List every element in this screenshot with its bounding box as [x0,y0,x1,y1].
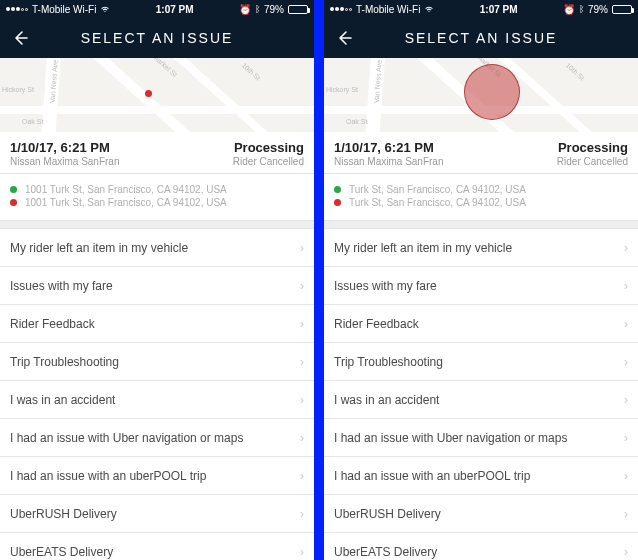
trip-locations: Turk St, San Francisco, CA 94102, USA Tu… [324,174,638,221]
status-bar: T-Mobile Wi-Fi 1:07 PM ⏰ ᛒ 79% [0,0,314,18]
chevron-right-icon: › [300,545,304,559]
issue-item[interactable]: Issues with my fare› [324,266,638,305]
alarm-icon: ⏰ [563,4,575,15]
signal-dots [330,7,352,11]
chevron-right-icon: › [624,469,628,483]
trip-summary: 1/10/17, 6:21 PM Processing Nissan Maxim… [0,132,314,174]
issue-item[interactable]: Trip Troubleshooting› [324,342,638,381]
map-obfuscated-pin-icon [464,64,520,120]
street-label: Oak St [346,118,367,125]
street-label: Hickory St [326,86,358,93]
dropoff-address: 1001 Turk St, San Francisco, CA 94102, U… [25,197,227,208]
street-label: Market St [152,58,179,78]
battery-pct: 79% [264,4,284,15]
issue-label: UberEATS Delivery [334,545,437,559]
carrier-label: T-Mobile Wi-Fi [32,4,96,15]
issue-label: UberEATS Delivery [10,545,113,559]
page-title: SELECT AN ISSUE [0,30,314,46]
issue-item[interactable]: Trip Troubleshooting› [0,342,314,381]
dropoff-dot-icon [10,199,17,206]
phone-left: T-Mobile Wi-Fi 1:07 PM ⏰ ᛒ 79% SELECT AN… [0,0,314,560]
battery-pct: 79% [588,4,608,15]
issue-item[interactable]: I was in an accident› [324,380,638,419]
signal-dots [6,7,28,11]
battery-icon [288,5,308,14]
issue-label: My rider left an item in my vehicle [10,241,188,255]
trip-datetime: 1/10/17, 6:21 PM [10,140,110,155]
chevron-right-icon: › [624,393,628,407]
issue-item[interactable]: I had an issue with an uberPOOL trip› [0,456,314,495]
alarm-icon: ⏰ [239,4,251,15]
issue-item[interactable]: UberEATS Delivery› [324,532,638,560]
trip-status: Processing [234,140,304,155]
issue-list: My rider left an item in my vehicle› Iss… [324,221,638,560]
chevron-right-icon: › [624,545,628,559]
issue-item[interactable]: UberEATS Delivery› [0,532,314,560]
issue-label: I had an issue with an uberPOOL trip [334,469,530,483]
chevron-right-icon: › [624,355,628,369]
issue-item[interactable]: UberRUSH Delivery› [324,494,638,533]
chevron-right-icon: › [300,469,304,483]
nav-bar: SELECT AN ISSUE [0,18,314,58]
issue-label: Issues with my fare [10,279,113,293]
issue-label: I had an issue with Uber navigation or m… [10,431,243,445]
issue-label: Rider Feedback [10,317,95,331]
street-label: 10th St [565,61,586,81]
status-time: 1:07 PM [480,4,518,15]
issue-label: My rider left an item in my vehicle [334,241,512,255]
battery-icon [612,5,632,14]
phone-right: T-Mobile Wi-Fi 1:07 PM ⏰ ᛒ 79% SELECT AN… [324,0,638,560]
issue-label: I was in an accident [334,393,439,407]
trip-status: Processing [558,140,628,155]
chevron-right-icon: › [624,279,628,293]
issue-label: I had an issue with an uberPOOL trip [10,469,206,483]
dropoff-address: Turk St, San Francisco, CA 94102, USA [349,197,526,208]
carrier-label: T-Mobile Wi-Fi [356,4,420,15]
issue-item[interactable]: I had an issue with Uber navigation or m… [0,418,314,457]
pickup-dot-icon [10,186,17,193]
street-label: Oak St [22,118,43,125]
issue-label: UberRUSH Delivery [10,507,117,521]
issue-item[interactable]: My rider left an item in my vehicle› [324,228,638,267]
issue-label: Trip Troubleshooting [10,355,119,369]
wifi-icon [100,5,110,13]
issue-label: Rider Feedback [334,317,419,331]
issue-label: I was in an accident [10,393,115,407]
chevron-right-icon: › [624,241,628,255]
map-area[interactable]: Van Ness Ave Hickory St Oak St Market St… [0,58,314,132]
issue-item[interactable]: I was in an accident› [0,380,314,419]
issue-item[interactable]: Rider Feedback› [324,304,638,343]
bluetooth-icon: ᛒ [579,4,584,14]
trip-substatus: Rider Cancelled [233,156,304,167]
chevron-right-icon: › [300,317,304,331]
dropoff-dot-icon [334,199,341,206]
issue-item[interactable]: I had an issue with Uber navigation or m… [324,418,638,457]
trip-summary: 1/10/17, 6:21 PM Processing Nissan Maxim… [324,132,638,174]
status-bar: T-Mobile Wi-Fi 1:07 PM ⏰ ᛒ 79% [324,0,638,18]
chevron-right-icon: › [300,241,304,255]
issue-label: Issues with my fare [334,279,437,293]
chevron-right-icon: › [300,507,304,521]
trip-substatus: Rider Cancelled [557,156,628,167]
wifi-icon [424,5,434,13]
issue-item[interactable]: My rider left an item in my vehicle› [0,228,314,267]
status-time: 1:07 PM [156,4,194,15]
issue-label: I had an issue with Uber navigation or m… [334,431,567,445]
issue-list: My rider left an item in my vehicle› Iss… [0,221,314,560]
trip-locations: 1001 Turk St, San Francisco, CA 94102, U… [0,174,314,221]
pickup-dot-icon [334,186,341,193]
chevron-right-icon: › [624,507,628,521]
issue-item[interactable]: Rider Feedback› [0,304,314,343]
issue-label: Trip Troubleshooting [334,355,443,369]
chevron-right-icon: › [300,393,304,407]
page-title: SELECT AN ISSUE [324,30,638,46]
trip-datetime: 1/10/17, 6:21 PM [334,140,434,155]
chevron-right-icon: › [300,431,304,445]
chevron-right-icon: › [624,317,628,331]
map-area[interactable]: Van Ness Ave Hickory St Oak St Market St… [324,58,638,132]
street-label: Hickory St [2,86,34,93]
chevron-right-icon: › [624,431,628,445]
issue-item[interactable]: Issues with my fare› [0,266,314,305]
issue-item[interactable]: I had an issue with an uberPOOL trip› [324,456,638,495]
issue-item[interactable]: UberRUSH Delivery› [0,494,314,533]
